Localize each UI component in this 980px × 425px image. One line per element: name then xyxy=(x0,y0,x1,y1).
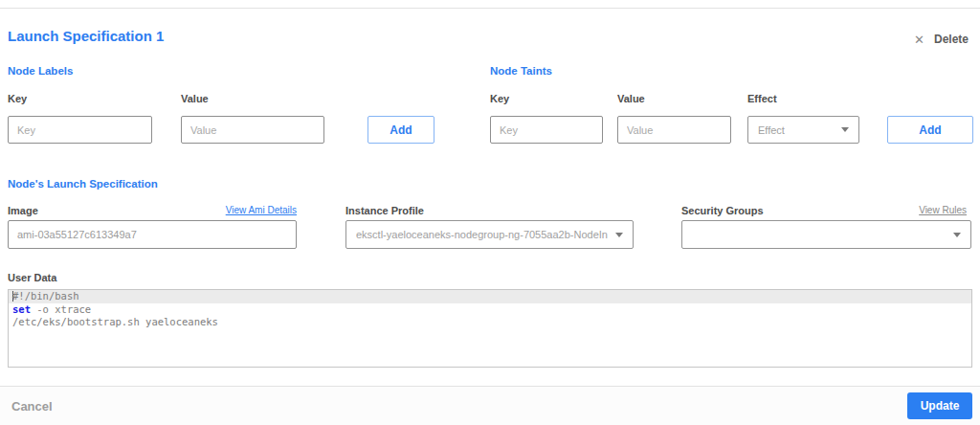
node-taints-add-button[interactable]: Add xyxy=(887,116,973,144)
node-labels-add-button[interactable]: Add xyxy=(368,116,434,144)
delete-button[interactable]: ✕ Delete xyxy=(914,33,969,46)
node-taints-value-label: Value xyxy=(617,93,645,104)
delete-label: Delete xyxy=(934,33,969,46)
node-labels-value-input[interactable] xyxy=(181,116,324,144)
cancel-button[interactable]: Cancel xyxy=(11,399,53,414)
user-data-code-editor[interactable]: #!/bin/bash set -o xtrace /etc/eks/boots… xyxy=(8,289,972,368)
node-labels-key-input[interactable] xyxy=(8,116,152,144)
code-line: /etc/eks/bootstrap.sh yaeloceaneks xyxy=(9,316,971,329)
chevron-down-icon xyxy=(953,233,961,237)
user-data-label: User Data xyxy=(8,272,56,283)
node-labels-section-title: Node Labels xyxy=(8,65,73,77)
node-taints-effect-dropdown[interactable]: Effect xyxy=(747,116,859,144)
security-groups-dropdown[interactable] xyxy=(681,220,971,249)
page-title: Launch Specification 1 xyxy=(8,28,164,44)
update-button[interactable]: Update xyxy=(907,392,972,419)
instance-profile-dropdown[interactable]: eksctl-yaeloceaneks-nodegroup-ng-7055aa2… xyxy=(345,220,634,249)
instance-profile-value: eksctl-yaeloceaneks-nodegroup-ng-7055aa2… xyxy=(356,229,608,240)
chevron-down-icon xyxy=(841,127,849,132)
node-taints-section-title: Node Taints xyxy=(490,65,552,77)
node-labels-value-label: Value xyxy=(181,93,209,104)
code-line: set -o xtrace xyxy=(9,303,971,317)
footer-bar xyxy=(0,387,980,425)
chevron-down-icon xyxy=(615,233,623,237)
node-taints-effect-label: Effect xyxy=(747,93,777,104)
top-divider xyxy=(0,8,980,9)
view-rules-link[interactable]: View Rules xyxy=(681,205,967,215)
code-line: #!/bin/bash xyxy=(9,290,971,303)
image-input[interactable] xyxy=(8,220,297,249)
node-taints-key-input[interactable] xyxy=(490,116,603,144)
node-taints-value-input[interactable] xyxy=(617,116,731,144)
launch-spec-section-title: Node's Launch Specification xyxy=(8,178,158,190)
close-icon: ✕ xyxy=(914,34,924,46)
launch-specification-panel: Launch Specification 1 ✕ Delete Node Lab… xyxy=(0,0,980,425)
footer-divider xyxy=(0,386,980,387)
node-taints-key-label: Key xyxy=(490,93,509,104)
view-ami-details-link[interactable]: View Ami Details xyxy=(8,205,297,215)
node-labels-key-label: Key xyxy=(8,93,27,104)
effect-dropdown-placeholder: Effect xyxy=(758,124,834,136)
instance-profile-label: Instance Profile xyxy=(345,205,424,216)
